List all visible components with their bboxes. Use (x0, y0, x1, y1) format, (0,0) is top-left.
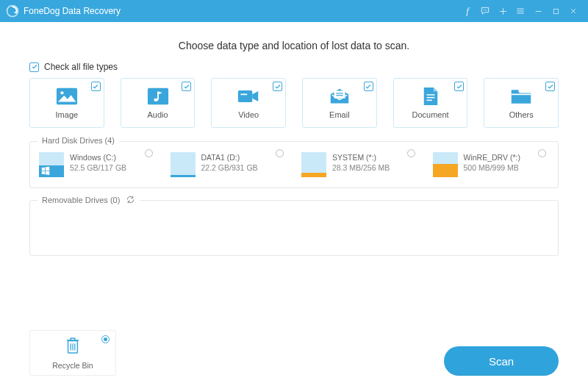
svg-rect-17 (426, 100, 431, 101)
svg-rect-14 (336, 95, 343, 96)
drive-size: 28.3 MB/256 MB (332, 163, 390, 172)
close-button[interactable] (564, 2, 582, 20)
scan-button[interactable]: Scan (444, 346, 559, 376)
drive-size: 500 MB/999 MB (464, 163, 520, 172)
drive-size: 52.5 GB/117 GB (70, 163, 126, 172)
trash-icon (65, 336, 81, 358)
titlebar: FoneDog Data Recovery f (0, 0, 588, 22)
drive-icon (433, 152, 458, 177)
type-label: Audio (147, 110, 168, 119)
svg-point-2 (484, 10, 485, 10)
minimize-button[interactable] (529, 2, 547, 20)
maximize-button[interactable] (547, 2, 564, 20)
svg-rect-5 (57, 88, 77, 105)
filetype-grid: Image Audio Video Email (29, 78, 559, 128)
email-icon (329, 87, 351, 106)
type-email[interactable]: Email (302, 78, 377, 128)
facebook-button[interactable]: f (459, 2, 476, 20)
add-button[interactable] (494, 2, 512, 20)
app-logo-icon (6, 4, 19, 18)
check-icon (545, 82, 555, 91)
svg-rect-13 (336, 93, 343, 93)
svg-point-6 (60, 91, 63, 94)
drive-name: SYSTEM (*:) (332, 153, 390, 162)
document-icon (420, 87, 442, 106)
type-label: Others (509, 110, 534, 119)
type-audio[interactable]: Audio (121, 78, 196, 128)
svg-point-1 (484, 10, 484, 10)
removable-section: Removable Drives (0) (29, 200, 559, 256)
feedback-button[interactable] (476, 2, 494, 20)
windows-icon (41, 166, 50, 175)
drive-item[interactable]: Windows (C:) 52.5 GB/117 GB (39, 152, 156, 177)
svg-rect-18 (512, 90, 519, 93)
check-icon (364, 82, 373, 91)
check-icon (91, 82, 101, 91)
folder-icon (510, 87, 532, 106)
hard-disk-section: Hard Disk Drives (4) Windows (C:) 52.5 G… (29, 141, 559, 188)
svg-rect-19 (512, 93, 531, 95)
type-label: Image (56, 110, 79, 119)
type-label: Video (238, 110, 259, 119)
type-video[interactable]: Video (211, 78, 286, 128)
drive-icon (301, 152, 326, 177)
logo: FoneDog Data Recovery (6, 4, 121, 18)
drive-item[interactable]: WinRE_DRV (*:) 500 MB/999 MB (433, 152, 550, 177)
type-label: Document (412, 110, 448, 119)
drive-item[interactable]: SYSTEM (*:) 28.3 MB/256 MB (301, 152, 418, 177)
recycle-bin-item[interactable]: Recycle Bin (29, 330, 116, 376)
radio-icon (538, 149, 546, 157)
video-icon (237, 87, 259, 106)
type-document[interactable]: Document (393, 78, 468, 128)
drive-icon (39, 152, 64, 177)
recycle-label: Recycle Bin (52, 361, 93, 370)
type-image[interactable]: Image (29, 78, 104, 128)
audio-icon (147, 87, 169, 106)
drive-size: 22.2 GB/931 GB (201, 163, 258, 172)
section-legend: Removable Drives (0) (37, 195, 140, 204)
svg-rect-15 (426, 94, 434, 95)
drive-item[interactable]: DATA1 (D:) 22.2 GB/931 GB (171, 152, 287, 177)
svg-rect-16 (426, 97, 434, 98)
check-icon (29, 62, 39, 72)
radio-icon (145, 149, 153, 157)
check-icon (454, 82, 464, 91)
radio-icon (276, 149, 284, 157)
section-legend: Hard Disk Drives (4) (37, 136, 119, 145)
page-heading: Choose data type and location of lost da… (29, 40, 559, 51)
drive-name: Windows (C:) (70, 153, 126, 162)
check-icon (273, 82, 282, 91)
check-all-label: Check all file types (44, 62, 118, 72)
svg-rect-12 (334, 91, 345, 99)
type-label: Email (329, 110, 350, 119)
check-all-toggle[interactable]: Check all file types (29, 62, 559, 72)
menu-button[interactable] (512, 2, 529, 20)
refresh-button[interactable] (126, 195, 135, 204)
svg-rect-11 (241, 93, 248, 95)
svg-rect-4 (553, 9, 558, 13)
svg-rect-10 (238, 90, 252, 102)
drive-icon (171, 152, 196, 177)
drive-name: DATA1 (D:) (201, 153, 258, 162)
svg-rect-9 (157, 91, 159, 99)
svg-point-3 (486, 10, 487, 10)
radio-icon (407, 149, 415, 157)
app-title: FoneDog Data Recovery (24, 6, 121, 16)
check-icon (182, 82, 191, 91)
radio-icon (101, 335, 110, 343)
image-icon (56, 87, 78, 106)
type-others[interactable]: Others (484, 78, 559, 128)
drive-name: WinRE_DRV (*:) (464, 153, 520, 162)
